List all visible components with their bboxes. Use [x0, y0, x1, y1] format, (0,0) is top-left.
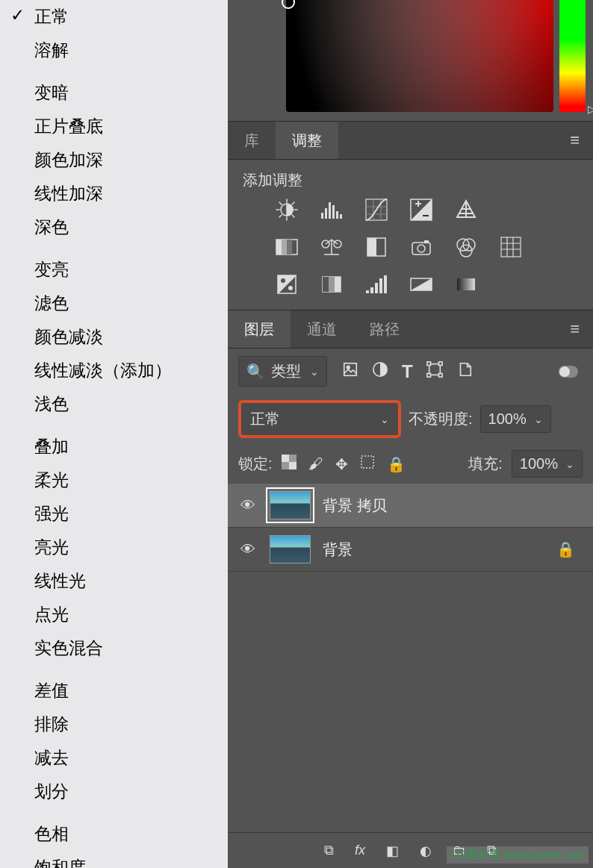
tab-channels[interactable]: 通道 — [291, 310, 353, 348]
lock-label: 锁定: — [238, 454, 273, 474]
menu-item-vivid-light[interactable]: 亮光 — [0, 531, 228, 564]
tab-paths[interactable]: 路径 — [353, 310, 416, 348]
hue-pointer-icon[interactable]: ▷ — [588, 103, 593, 115]
menu-item-color-dodge[interactable]: 颜色减淡 — [0, 320, 228, 354]
menu-item-screen[interactable]: 滤色 — [0, 287, 228, 320]
color-cursor-icon[interactable] — [282, 0, 295, 9]
channel-mixer-icon[interactable] — [452, 235, 480, 259]
tab-layers[interactable]: 图层 — [228, 310, 291, 348]
color-field[interactable] — [286, 0, 553, 112]
menu-item-subtract[interactable]: 减去 — [0, 741, 228, 775]
vibrance-icon[interactable] — [452, 198, 480, 222]
link-layers-icon[interactable]: ⧉ — [324, 843, 334, 858]
chevron-down-icon: ⌄ — [565, 458, 574, 470]
visibility-toggle-icon[interactable]: 👁 — [238, 541, 258, 558]
menu-item-dissolve[interactable]: 溶解 — [0, 34, 228, 67]
menu-item-linear-dodge[interactable]: 线性减淡（添加） — [0, 354, 228, 387]
hue-slider[interactable]: ▷ — [559, 0, 586, 112]
panel-menu-icon[interactable]: ≡ — [570, 131, 580, 150]
svg-rect-32 — [344, 363, 357, 376]
svg-rect-23 — [329, 277, 335, 292]
menu-item-divide[interactable]: 划分 — [0, 775, 228, 808]
svg-rect-28 — [379, 278, 382, 293]
filter-toggle[interactable] — [559, 366, 578, 378]
menu-item-hard-light[interactable]: 强光 — [0, 497, 228, 531]
menu-item-difference[interactable]: 差值 — [0, 674, 228, 708]
search-icon: 🔍 — [246, 363, 265, 381]
curves-icon[interactable] — [362, 198, 391, 222]
tab-adjustments[interactable]: 调整 — [276, 122, 338, 159]
menu-item-overlay[interactable]: 叠加 — [0, 430, 228, 463]
lock-artboard-icon[interactable] — [360, 455, 375, 473]
chevron-down-icon: ⌄ — [380, 413, 389, 425]
layer-name[interactable]: 背景 — [323, 540, 353, 560]
menu-item-linear-burn[interactable]: 线性加深 — [0, 177, 228, 210]
blend-mode-menu[interactable]: 正常 溶解 变暗 正片叠底 颜色加深 线性加深 深色 变亮 滤色 颜色减淡 线性… — [0, 0, 228, 868]
lock-all-icon[interactable]: 🔒 — [387, 455, 406, 473]
tab-library[interactable]: 库 — [228, 122, 276, 159]
svg-rect-31 — [457, 278, 475, 290]
photo-filter-icon[interactable] — [407, 235, 435, 259]
menu-item-soft-light[interactable]: 柔光 — [0, 463, 228, 497]
filter-smartobject-icon[interactable] — [456, 361, 473, 381]
filter-pixel-icon[interactable] — [342, 361, 358, 381]
svg-rect-41 — [282, 455, 289, 462]
menu-item-multiply[interactable]: 正片叠底 — [0, 110, 228, 143]
lock-transparency-icon[interactable] — [282, 455, 296, 473]
layer-row[interactable]: 👁 背景 拷贝 — [228, 484, 593, 528]
svg-rect-36 — [427, 362, 431, 366]
invert-icon[interactable] — [273, 272, 301, 296]
new-adjustment-layer-icon[interactable]: ◐ — [420, 843, 432, 859]
panel-menu-icon[interactable]: ≡ — [570, 319, 580, 339]
menu-item-darken[interactable]: 变暗 — [0, 76, 228, 110]
layer-name[interactable]: 背景 拷贝 — [323, 496, 387, 516]
layer-thumbnail[interactable] — [270, 535, 311, 563]
menu-item-exclusion[interactable]: 排除 — [0, 708, 228, 741]
color-lookup-icon[interactable] — [497, 235, 525, 259]
menu-item-saturation[interactable]: 饱和度 — [0, 851, 228, 868]
chevron-down-icon: ⌄ — [534, 413, 543, 425]
svg-rect-29 — [384, 275, 387, 293]
exposure-icon[interactable] — [407, 198, 435, 222]
menu-item-linear-light[interactable]: 线性光 — [0, 564, 228, 598]
gradient-map-icon[interactable] — [407, 272, 435, 296]
layers-tabs: 图层 通道 路径 ≡ — [228, 310, 593, 349]
filter-type-icon[interactable]: T — [402, 361, 413, 382]
visibility-toggle-icon[interactable]: 👁 — [238, 497, 258, 514]
svg-rect-5 — [282, 240, 287, 255]
menu-item-hue[interactable]: 色相 — [0, 817, 228, 851]
adjustments-grid — [228, 198, 593, 310]
color-picker[interactable]: ▷ — [228, 0, 593, 121]
menu-item-lighter-color[interactable]: 浅色 — [0, 387, 228, 421]
color-balance-icon[interactable] — [317, 235, 346, 259]
levels-icon[interactable] — [317, 198, 346, 222]
menu-item-normal[interactable]: 正常 — [0, 0, 228, 34]
menu-item-darker-color[interactable]: 深色 — [0, 210, 228, 244]
filter-kind-dropdown[interactable]: 🔍 类型 ⌄ — [238, 356, 327, 387]
brightness-contrast-icon[interactable] — [273, 198, 301, 222]
layer-mask-icon[interactable]: ◧ — [386, 843, 399, 859]
filter-adjustment-icon[interactable] — [372, 361, 388, 381]
layer-row[interactable]: 👁 背景 🔒 — [228, 528, 593, 572]
lock-brush-icon[interactable]: 🖌 — [308, 455, 323, 472]
lock-position-icon[interactable]: ✥ — [335, 455, 348, 473]
posterize-icon[interactable] — [317, 272, 346, 296]
layer-fx-icon[interactable]: fx — [355, 843, 365, 858]
black-white-icon[interactable] — [362, 235, 391, 259]
hue-saturation-icon[interactable] — [273, 235, 301, 259]
svg-point-19 — [281, 278, 285, 283]
fill-input[interactable]: 100% ⌄ — [512, 450, 583, 478]
menu-item-color-burn[interactable]: 颜色加深 — [0, 143, 228, 177]
opacity-input[interactable]: 100% ⌄ — [480, 405, 551, 433]
chevron-down-icon: ⌄ — [310, 366, 319, 378]
menu-item-hard-mix[interactable]: 实色混合 — [0, 631, 228, 665]
menu-item-pin-light[interactable]: 点光 — [0, 598, 228, 631]
menu-item-lighten[interactable]: 变亮 — [0, 253, 228, 287]
blend-mode-dropdown[interactable]: 正常 ⌄ — [238, 400, 401, 438]
svg-rect-25 — [366, 290, 369, 293]
threshold-icon[interactable] — [362, 272, 391, 296]
layer-thumbnail[interactable] — [270, 491, 311, 519]
layer-filter-row: 🔍 类型 ⌄ T — [228, 349, 593, 394]
selective-color-icon[interactable] — [452, 272, 480, 296]
filter-shape-icon[interactable] — [426, 361, 443, 381]
